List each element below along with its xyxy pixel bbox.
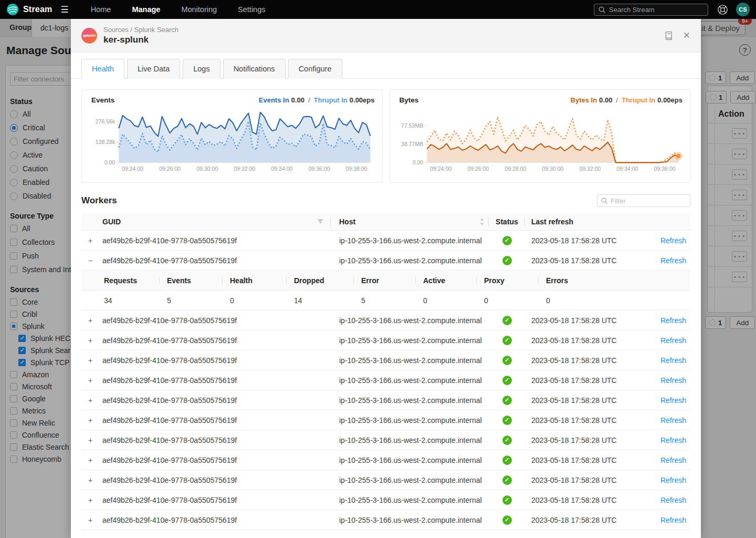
guid-column-header[interactable]: GUID [99, 218, 331, 226]
expand-row-icon[interactable]: + [81, 456, 99, 464]
refresh-link[interactable]: Refresh [660, 256, 686, 265]
worker-row: +aef49b26-b29f-410e-9778-0a550575619fip-… [81, 410, 690, 430]
tab-notifications[interactable]: Notifications [223, 59, 286, 79]
expand-row-icon[interactable]: + [81, 416, 99, 425]
navbar-right: CS [594, 3, 756, 16]
refresh-link[interactable]: Refresh [660, 316, 686, 325]
refresh-link[interactable]: Refresh [660, 396, 686, 405]
nav-item-manage[interactable]: Manage [132, 5, 160, 14]
worker-host: ip-10-255-3-166.us-west-2.compute.intern… [331, 256, 489, 265]
refresh-link[interactable]: Refresh [660, 456, 686, 464]
chart-card-events: EventsEvents In0.00/Thruput In0.00eps0.0… [81, 89, 383, 183]
nav-item-home[interactable]: Home [91, 5, 111, 14]
status-ok-icon: ✓ [502, 316, 512, 325]
workers-table-body: +aef49b26-b29f-410e-9778-0a550575619fip-… [81, 231, 690, 530]
refresh-link[interactable]: Refresh [660, 476, 686, 484]
community-icon[interactable] [717, 4, 729, 16]
last-refresh-header-label: Last refresh [531, 218, 573, 226]
docs-icon[interactable] [664, 31, 674, 40]
refresh-cell: Refresh [654, 336, 690, 345]
worker-row: +aef49b26-b29f-410e-9778-0a550575619fip-… [81, 430, 690, 450]
refresh-cell: Refresh [654, 476, 690, 484]
tab-live-data[interactable]: Live Data [127, 59, 180, 79]
worker-last-refresh: 2023-05-18 17:58:28 UTC [525, 456, 654, 464]
expand-row-icon[interactable]: + [81, 356, 99, 365]
expand-row-icon[interactable]: + [81, 376, 99, 385]
nav-item-monitoring[interactable]: Monitoring [181, 5, 217, 14]
worker-guid: aef49b26-b29f-410e-9778-0a550575619f [99, 316, 331, 325]
primary-nav: HomeManageMonitoringSettings [91, 5, 287, 14]
search-input[interactable] [609, 6, 698, 14]
worker-row: +aef49b26-b29f-410e-9778-0a550575619fip-… [81, 470, 690, 490]
filter-funnel-icon[interactable] [317, 219, 323, 225]
refresh-link[interactable]: Refresh [660, 236, 686, 245]
refresh-link[interactable]: Refresh [660, 336, 686, 345]
worker-host: ip-10-255-3-166.us-west-2.compute.intern… [331, 236, 489, 245]
refresh-link[interactable]: Refresh [660, 436, 686, 444]
expand-row-icon[interactable]: + [81, 436, 99, 444]
worker-status: ✓ [489, 475, 525, 485]
global-search[interactable] [594, 4, 708, 16]
refresh-cell: Refresh [654, 316, 690, 325]
worker-row: −aef49b26-b29f-410e-9778-0a550575619fip-… [81, 251, 690, 271]
modal-tabs: HealthLive DataLogsNotificationsConfigur… [71, 53, 701, 79]
detail-column-proxy: Proxy [484, 276, 546, 285]
tab-health[interactable]: Health [81, 59, 124, 79]
worker-last-refresh: 2023-05-18 17:58:28 UTC [525, 416, 654, 425]
hamburger-menu-icon[interactable]: ☰ [60, 4, 68, 15]
worker-status: ✓ [489, 456, 525, 465]
chart-legend-events: Events In0.00/Thruput In0.00eps [259, 96, 375, 104]
refresh-link[interactable]: Refresh [660, 516, 686, 524]
expand-row-icon[interactable]: + [81, 516, 99, 524]
chart-card-bytes: BytesBytes In0.00/Thruput In0.00eps0.003… [390, 89, 691, 183]
health-tab-content: EventsEvents In0.00/Thruput In0.00eps0.0… [71, 79, 701, 538]
detail-value-errors: 0 [546, 296, 593, 305]
worker-status: ✓ [489, 376, 525, 385]
expand-row-icon[interactable]: + [81, 336, 99, 345]
tab-logs[interactable]: Logs [183, 59, 220, 79]
expand-row-icon[interactable]: + [81, 316, 99, 325]
worker-status: ✓ [489, 515, 525, 525]
splunk-icon-text: splunk> [83, 34, 96, 37]
status-ok-icon: ✓ [502, 515, 512, 525]
sort-icon[interactable] [479, 218, 485, 226]
refresh-link[interactable]: Refresh [660, 496, 686, 504]
chart-legend-bytes: Bytes In0.00/Thruput In0.00eps [571, 96, 682, 104]
refresh-link[interactable]: Refresh [660, 376, 686, 385]
workers-filter[interactable] [597, 194, 690, 207]
worker-last-refresh: 2023-05-18 17:58:28 UTC [525, 496, 654, 504]
detail-value-error: 5 [361, 296, 423, 305]
nav-item-settings[interactable]: Settings [238, 5, 265, 14]
detail-value-requests: 34 [104, 296, 167, 305]
stream-logo-icon [6, 3, 19, 16]
svg-text:09:30:00: 09:30:00 [542, 165, 563, 172]
worker-host: ip-10-255-3-166.us-west-2.compute.intern… [331, 356, 489, 365]
user-avatar[interactable]: CS [736, 3, 750, 16]
collapse-row-icon[interactable]: − [81, 256, 99, 265]
tab-configure[interactable]: Configure [288, 59, 342, 79]
workers-filter-input[interactable] [611, 197, 684, 205]
refresh-link[interactable]: Refresh [660, 416, 686, 425]
expand-row-icon[interactable]: + [81, 396, 99, 405]
worker-status: ✓ [489, 396, 525, 405]
brand: Stream ☰ [0, 3, 69, 16]
refresh-cell: Refresh [654, 376, 690, 385]
expand-row-icon[interactable]: + [81, 476, 99, 484]
legend-separator: / [616, 96, 618, 104]
worker-last-refresh: 2023-05-18 17:58:28 UTC [525, 336, 654, 345]
expand-row-icon[interactable]: + [81, 496, 99, 504]
svg-text:09:30:00: 09:30:00 [196, 165, 218, 172]
refresh-cell: Refresh [654, 516, 690, 524]
worker-host: ip-10-255-3-166.us-west-2.compute.intern… [331, 456, 489, 464]
status-ok-icon: ✓ [502, 396, 512, 405]
legend-series-value: 0.00eps [657, 96, 682, 104]
splunk-source-icon: splunk> [81, 28, 97, 44]
worker-host: ip-10-255-3-166.us-west-2.compute.intern… [331, 496, 489, 504]
refresh-link[interactable]: Refresh [660, 356, 686, 365]
host-column-header[interactable]: Host [331, 218, 489, 226]
detail-value-active: 0 [423, 296, 484, 305]
svg-text:09:36:00: 09:36:00 [309, 165, 330, 172]
expand-row-icon[interactable]: + [81, 236, 99, 245]
close-icon[interactable]: ✕ [683, 31, 690, 40]
chart-head-events: EventsEvents In0.00/Thruput In0.00eps [87, 96, 375, 104]
